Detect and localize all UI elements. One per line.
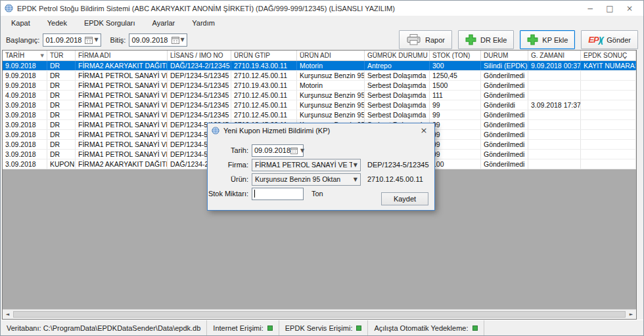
table-cell: FİRMA1 PETROL SANAYİ VE Tİ... xyxy=(76,91,168,100)
table-cell: 99 xyxy=(430,120,481,129)
table-cell: DR xyxy=(47,130,76,139)
table-cell: 2710.12.45.00.11 xyxy=(231,100,297,110)
tarih-date-picker[interactable]: 09.09.2018 ▼ xyxy=(252,144,304,157)
gonder-button-label: Gönder xyxy=(607,36,631,44)
table-cell: 2710.12.45.00.11 xyxy=(231,110,297,119)
column-header-6[interactable]: GÜMRÜK DURUMU xyxy=(365,51,430,60)
table-cell: 300 xyxy=(430,61,481,70)
status-ok-led xyxy=(267,326,273,331)
close-button[interactable]: × xyxy=(620,1,639,16)
stok-miktari-label: Stok Miktarı: xyxy=(208,190,248,198)
menu-item-epdk-sorguları[interactable]: EPDK Sorguları xyxy=(79,18,141,28)
dialog-close-button[interactable]: × xyxy=(417,125,430,135)
status-indicator-segment: Açılışta Otomatik Yedekleme: xyxy=(368,320,484,335)
table-cell xyxy=(581,100,636,110)
table-cell: Kurşunsuz Benzin 95 ... xyxy=(297,71,365,80)
dialog-title-bar[interactable]: Yeni Kupon Hizmeti Bildirimi (KP) × xyxy=(208,123,434,137)
column-header-label: DURUM xyxy=(484,52,508,59)
kaydet-button[interactable]: Kaydet xyxy=(381,192,428,205)
table-cell: 3.09.2018 xyxy=(3,150,47,159)
column-header-8[interactable]: DURUM xyxy=(481,51,528,60)
column-header-label: ÜRÜN ADI xyxy=(300,52,331,59)
table-cell xyxy=(581,130,636,139)
urun-field-row: Ürün: Kurşunsuz Benzin 95 Oktan ▼ 2710.1… xyxy=(208,173,434,186)
table-cell: Motorin xyxy=(297,61,365,70)
stok-miktari-input[interactable] xyxy=(252,188,304,200)
table-cell: DEP/1234-5/12345 xyxy=(168,71,231,80)
table-cell: 2710.19.43.00.11 xyxy=(231,61,297,70)
menu-item-kapat[interactable]: Kapat xyxy=(6,18,35,28)
chevron-down-icon: ▼ xyxy=(354,162,357,168)
table-cell: 2710.12.45.00.11 xyxy=(231,71,297,80)
database-path-label: Veritabanı: C:\ProgramData\EPDKDataSende… xyxy=(7,324,200,332)
table-cell xyxy=(581,81,636,90)
column-header-9[interactable]: G. ZAMANI xyxy=(528,51,581,60)
table-cell xyxy=(528,150,581,159)
scroll-left-icon[interactable]: ◄ xyxy=(3,310,12,319)
table-cell: Antrepo xyxy=(365,61,430,70)
dr-ekle-button[interactable]: DR Ekle xyxy=(458,30,514,49)
column-header-label: EPDK SONUÇ xyxy=(584,52,627,59)
start-date-value: 01.09.2018 xyxy=(45,36,81,44)
column-header-7[interactable]: STOK (TON) xyxy=(430,51,481,60)
column-header-3[interactable]: LİSANS / IMO NO xyxy=(168,51,231,60)
table-row[interactable]: 3.09.2018DRFİRMA1 PETROL SANAYİ VE Tİ...… xyxy=(3,110,636,120)
scroll-right-icon[interactable]: ► xyxy=(626,310,636,319)
table-cell: DEP/1234-5/12345 xyxy=(168,81,231,90)
kp-ekle-button[interactable]: KP Ekle xyxy=(520,30,575,49)
firma-dropdown[interactable]: FİRMA1 PETROL SANAYİ VE TİCARET ▼ xyxy=(252,159,361,171)
table-row[interactable]: 9.09.2018DRFİRMA2 AKARYAKIT DAĞITIM S...… xyxy=(3,61,636,71)
horizontal-scrollbar[interactable]: ◄ ► xyxy=(3,309,636,319)
table-cell: DR xyxy=(47,150,76,159)
maximize-button[interactable]: □ xyxy=(600,1,620,16)
menu-item-yedek[interactable]: Yedek xyxy=(42,18,72,28)
scrollbar-thumb[interactable] xyxy=(13,311,626,318)
table-cell: Serbest Dolaşımda xyxy=(365,91,430,100)
urun-dropdown[interactable]: Kurşunsuz Benzin 95 Oktan ▼ xyxy=(252,173,361,186)
table-cell: 3.09.2018 xyxy=(3,120,47,129)
minimize-button[interactable]: − xyxy=(580,1,600,16)
table-cell: FİRMA1 PETROL SANAYİ VE Tİ... xyxy=(76,71,168,80)
table-cell: Gönderilmedi xyxy=(481,110,528,119)
start-date-label: Başlangıç: xyxy=(6,36,39,44)
column-header-4[interactable]: ÜRÜN GTIP xyxy=(231,51,297,60)
table-cell: DR xyxy=(47,81,76,90)
table-cell: Serbest Dolaşımda xyxy=(365,81,430,90)
column-header-2[interactable]: FİRMA ADI xyxy=(76,51,168,60)
epdk-gonder-button[interactable]: EP)( Gönder xyxy=(581,30,638,49)
status-indicator-segment: Internet Erişimi: xyxy=(207,320,279,335)
table-cell: 3.09.2018 17:37 xyxy=(528,100,581,110)
column-header-label: LİSANS / IMO NO xyxy=(170,52,223,59)
column-header-10[interactable]: EPDK SONUÇ xyxy=(581,51,636,60)
column-header-label: FİRMA ADI xyxy=(78,52,110,59)
table-cell: Gönderilmedi xyxy=(481,140,528,149)
chevron-down-icon: ▼ xyxy=(354,177,357,182)
table-cell: 2710.12.45.00.11 xyxy=(231,91,297,100)
table-cell: Gönderilmedi xyxy=(481,91,528,100)
table-row[interactable]: 3.09.2018DRFİRMA1 PETROL SANAYİ VE Tİ...… xyxy=(3,100,636,110)
menu-item-ayarlar[interactable]: Ayarlar xyxy=(147,18,181,28)
table-cell xyxy=(528,140,581,149)
rapor-button[interactable]: Rapor xyxy=(399,30,452,49)
menu-item-yardım[interactable]: Yardım xyxy=(187,18,220,28)
table-cell: Gönderilmedi xyxy=(481,120,528,129)
calendar-icon xyxy=(85,36,93,44)
start-date-picker[interactable]: 01.09.2018 ▼ xyxy=(43,33,101,47)
table-row[interactable]: 9.09.2018DRFİRMA1 PETROL SANAYİ VE Tİ...… xyxy=(3,71,636,81)
table-cell xyxy=(528,120,581,129)
column-header-5[interactable]: ÜRÜN ADI xyxy=(297,51,365,60)
end-date-picker[interactable]: 09.09.2018 ▼ xyxy=(129,33,187,47)
table-cell: 1250,45 xyxy=(430,71,481,80)
status-ok-led xyxy=(356,326,361,331)
column-header-0[interactable]: TARİH▼ xyxy=(3,51,47,60)
rapor-button-label: Rapor xyxy=(425,36,445,44)
column-header-1[interactable]: TÜR xyxy=(47,51,76,60)
table-cell: KAYIT NUMARASI (KA. xyxy=(581,61,636,70)
sort-desc-icon: ▼ xyxy=(41,53,44,58)
table-cell: Kurşunsuz Benzin 95 ... xyxy=(297,100,365,110)
table-cell: 111 xyxy=(430,91,481,100)
table-row[interactable]: 9.09.2018DRFİRMA1 PETROL SANAYİ VE Tİ...… xyxy=(3,81,636,91)
table-cell: KUPON xyxy=(47,159,76,169)
table-row[interactable]: 4.09.2018DRFİRMA1 PETROL SANAYİ VE Tİ...… xyxy=(3,91,636,100)
table-cell: DR xyxy=(47,61,76,70)
